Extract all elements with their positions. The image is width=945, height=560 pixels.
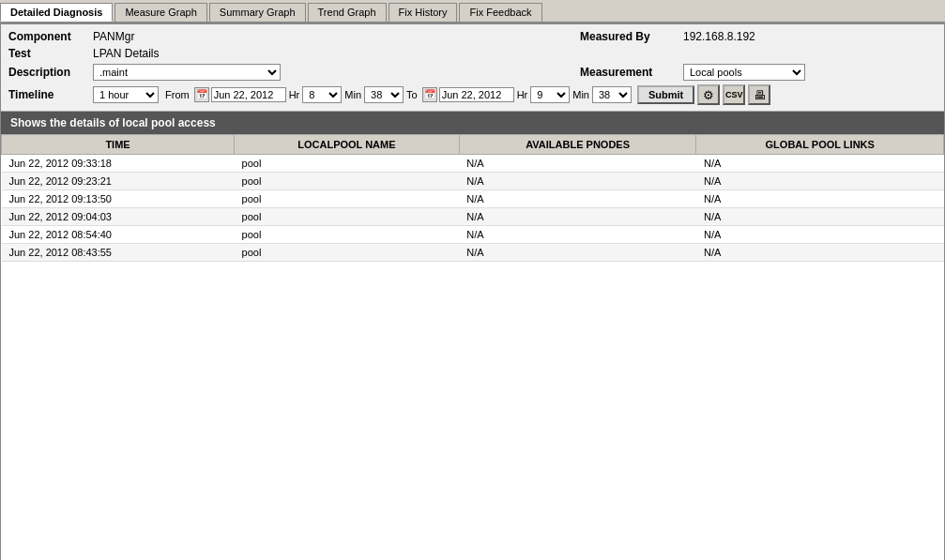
table-cell: N/A: [459, 244, 696, 262]
table-cell: Jun 22, 2012 09:23:21: [2, 173, 235, 190]
col-header-time: TIME: [2, 135, 235, 155]
tab-bar: Detailed DiagnosisMeasure GraphSummary G…: [0, 0, 945, 23]
table-cell: N/A: [459, 226, 696, 244]
table-head: TIMELOCALPOOL NAMEAVAILABLE PNODESGLOBAL…: [2, 135, 944, 155]
table-cell: Jun 22, 2012 08:54:40: [2, 226, 235, 244]
data-table: TIMELOCALPOOL NAMEAVAILABLE PNODESGLOBAL…: [1, 134, 944, 262]
col-header-global-pool-links: GLOBAL POOL LINKS: [696, 135, 944, 155]
col-header-available-pnodes: AVAILABLE PNODES: [459, 135, 696, 155]
table-body: Jun 22, 2012 09:33:18poolN/AN/AJun 22, 2…: [2, 155, 944, 262]
tab-measure-graph[interactable]: Measure Graph: [114, 3, 206, 22]
test-row: Test LPAN Details: [8, 45, 937, 62]
tab-fix-feedback[interactable]: Fix Feedback: [459, 3, 541, 22]
table-section: Shows the details of local pool access T…: [1, 112, 944, 262]
to-date-input[interactable]: [439, 87, 514, 102]
table-cell: N/A: [459, 173, 696, 190]
table-cell: N/A: [696, 173, 944, 190]
table-row: Jun 22, 2012 09:13:50poolN/AN/A: [2, 190, 944, 208]
submit-button[interactable]: Submit: [637, 85, 694, 104]
component-row: Component PANMgr Measured By 192.168.8.1…: [8, 28, 937, 45]
min-label-to: Min: [572, 89, 589, 100]
from-label: From: [165, 89, 190, 100]
table-row: Jun 22, 2012 09:23:21poolN/AN/A: [2, 173, 944, 190]
table-row: Jun 22, 2012 09:04:03poolN/AN/A: [2, 208, 944, 226]
description-row: Description .maint Measurement Local poo…: [8, 62, 937, 83]
info-section: Component PANMgr Measured By 192.168.8.1…: [1, 24, 944, 112]
tab-detailed-diagnosis[interactable]: Detailed Diagnosis: [0, 3, 113, 22]
description-label: Description: [8, 66, 93, 79]
print-icon-btn[interactable]: 🖶: [748, 84, 770, 105]
table-row: Jun 22, 2012 08:54:40poolN/AN/A: [2, 226, 944, 244]
timeline-duration-select[interactable]: 1 hour2 hours4 hours8 hours12 hours24 ho…: [93, 86, 159, 103]
main-content: Component PANMgr Measured By 192.168.8.1…: [0, 23, 945, 560]
hr-label-to: Hr: [517, 89, 528, 100]
col-header-localpool-name: LOCALPOOL NAME: [235, 135, 460, 155]
to-hr-select[interactable]: 9: [530, 86, 570, 103]
table-cell: pool: [235, 208, 460, 226]
to-min-select[interactable]: 38: [592, 86, 632, 103]
settings-icon-btn[interactable]: ⚙: [697, 84, 720, 105]
table-cell: Jun 22, 2012 09:13:50: [2, 190, 235, 208]
test-label: Test: [8, 47, 93, 60]
table-cell: pool: [235, 173, 460, 190]
table-cell: N/A: [459, 208, 696, 226]
description-select[interactable]: .maint: [93, 64, 281, 81]
table-cell: pool: [235, 226, 460, 244]
measured-by-label: Measured By: [580, 30, 683, 43]
to-calendar-icon[interactable]: 📅: [422, 87, 437, 102]
to-label: To: [406, 89, 418, 100]
table-cell: N/A: [696, 155, 944, 173]
timeline-row: Timeline 1 hour2 hours4 hours8 hours12 h…: [8, 83, 937, 107]
table-cell: N/A: [459, 155, 696, 173]
table-cell: pool: [235, 244, 460, 262]
table-cell: N/A: [696, 244, 944, 262]
table-header-row: TIMELOCALPOOL NAMEAVAILABLE PNODESGLOBAL…: [2, 135, 944, 155]
table-cell: Jun 22, 2012 09:04:03: [2, 208, 235, 226]
table-row: Jun 22, 2012 09:33:18poolN/AN/A: [2, 155, 944, 173]
measurement-label: Measurement: [580, 66, 683, 79]
timeline-label: Timeline: [8, 88, 93, 101]
csv-icon-btn[interactable]: CSV: [723, 84, 745, 105]
table-header-bar: Shows the details of local pool access: [1, 112, 944, 134]
table-cell: N/A: [696, 208, 944, 226]
table-cell: Jun 22, 2012 08:43:55: [2, 244, 235, 262]
from-min-select[interactable]: 38: [364, 86, 404, 103]
from-calendar-icon[interactable]: 📅: [194, 87, 209, 102]
table-cell: N/A: [696, 226, 944, 244]
component-label: Component: [8, 30, 93, 43]
table-cell: N/A: [696, 190, 944, 208]
from-date-input[interactable]: [211, 87, 286, 102]
test-value: LPAN Details: [93, 47, 937, 60]
measured-by-section: Measured By 192.168.8.192: [580, 30, 937, 43]
tab-fix-history[interactable]: Fix History: [389, 3, 458, 22]
measured-by-value: 192.168.8.192: [683, 30, 755, 43]
component-value: PANMgr: [93, 30, 580, 43]
from-hr-select[interactable]: 8: [302, 86, 342, 103]
table-cell: pool: [235, 155, 460, 173]
hr-label-from: Hr: [289, 89, 300, 100]
tab-trend-graph[interactable]: Trend Graph: [308, 3, 387, 22]
table-cell: pool: [235, 190, 460, 208]
measurement-section: Measurement Local pools: [580, 64, 937, 81]
tab-summary-graph[interactable]: Summary Graph: [209, 3, 306, 22]
measurement-select[interactable]: Local pools: [683, 64, 805, 81]
table-cell: N/A: [459, 190, 696, 208]
table-row: Jun 22, 2012 08:43:55poolN/AN/A: [2, 244, 944, 262]
min-label-from: Min: [344, 89, 361, 100]
table-cell: Jun 22, 2012 09:33:18: [2, 155, 235, 173]
